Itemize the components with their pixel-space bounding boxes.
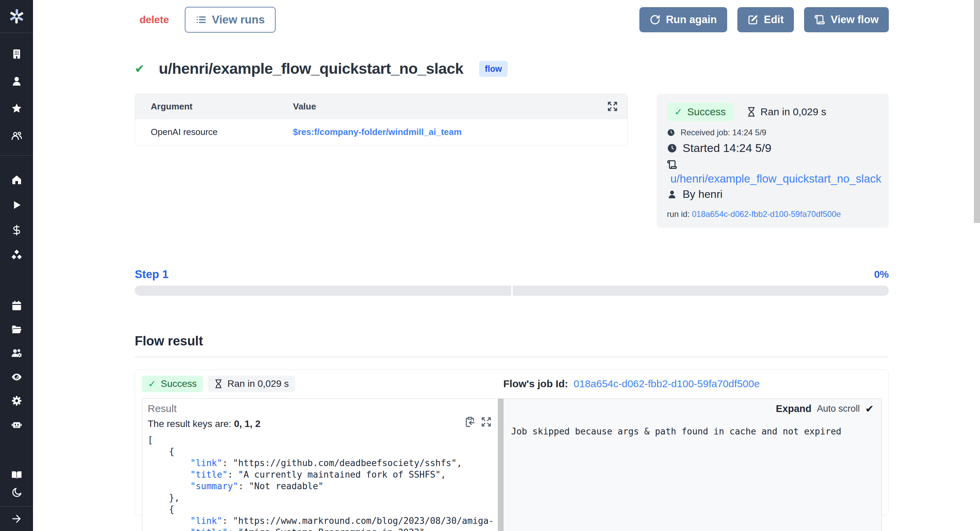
- edit-label: Edit: [764, 14, 784, 26]
- sidebar-item-variables[interactable]: [0, 217, 33, 243]
- result-json: [ { "link": "https://github.com/deadbeef…: [148, 434, 492, 531]
- clock-icon: [667, 128, 675, 137]
- result-keys-line: The result keys are: 0, 1, 2: [148, 418, 492, 430]
- sidebar-item-favorites[interactable]: [0, 95, 33, 122]
- column-header-argument: Argument: [135, 101, 293, 112]
- page-title: u/henri/example_flow_quickstart_no_slack: [159, 60, 463, 78]
- sidebar-spacer: [0, 436, 33, 466]
- flow-type-badge: flow: [479, 61, 508, 77]
- run-id-link[interactable]: 018a654c-d062-fbb2-d100-59fa70df500e: [692, 209, 841, 219]
- sidebar-collapse-toggle[interactable]: [0, 507, 33, 531]
- sidebar-item-workers[interactable]: [0, 341, 33, 365]
- view-flow-label: View flow: [830, 14, 878, 26]
- autoscroll-checkbox[interactable]: ✔: [865, 403, 874, 415]
- sidebar-item-runs[interactable]: [0, 192, 33, 217]
- expand-result-button[interactable]: [481, 417, 492, 427]
- result-pane: Result The result keys are: 0, 1, 2: [142, 399, 498, 531]
- arrow-right-icon: [11, 513, 22, 525]
- sidebar-item-schedules[interactable]: [0, 294, 33, 317]
- view-flow-button[interactable]: View flow: [804, 7, 889, 32]
- flow-path-link[interactable]: u/henri/example_flow_quickstart_no_slack: [667, 172, 878, 185]
- eye-icon: [11, 371, 22, 383]
- folder-open-icon: [11, 323, 22, 335]
- title-row: ✔ u/henri/example_flow_quickstart_no_sla…: [135, 60, 889, 78]
- sidebar-item-dark-mode[interactable]: [0, 484, 33, 501]
- edit-pencil-icon: [748, 14, 759, 25]
- calendar-icon: [11, 300, 22, 311]
- view-runs-label: View runs: [212, 13, 265, 26]
- arguments-table-header: Argument Value: [135, 94, 627, 119]
- result-duration-badge: Ran in 0,029 s: [208, 376, 295, 392]
- sidebar-item-home[interactable]: [0, 167, 33, 192]
- flow-path-row-icon: [667, 159, 878, 171]
- users-group-icon: [11, 130, 22, 141]
- scroll-icon: [667, 159, 677, 170]
- arguments-table: Argument Value OpenAI resource $res:f/co…: [135, 94, 628, 146]
- argument-value-link[interactable]: $res:f/company-folder/windmill_ai_team: [293, 127, 627, 137]
- scroll-icon: [814, 14, 825, 25]
- user-icon: [11, 76, 22, 87]
- step-progress-section: Step 1 0%: [135, 268, 889, 296]
- sidebar-item-settings[interactable]: [0, 389, 33, 413]
- view-runs-button[interactable]: View runs: [185, 7, 275, 33]
- copy-result-button[interactable]: [465, 417, 476, 427]
- sidebar-item-resources[interactable]: [0, 243, 33, 268]
- dollar-icon: [11, 224, 22, 236]
- table-expand-button[interactable]: [607, 101, 618, 112]
- logs-pane: Expand Auto scroll ✔ Job skipped because…: [504, 399, 881, 531]
- windmill-logo[interactable]: [0, 0, 33, 33]
- hourglass-icon: [214, 379, 223, 388]
- building-icon: [11, 48, 22, 60]
- expand-icon: [607, 101, 618, 112]
- run-info-panel: ✓ Success Ran in 0,029 s Received job:: [657, 94, 889, 228]
- by-row: By henri: [667, 188, 878, 201]
- progress-bar-segment: [513, 285, 889, 296]
- sidebar-item-folders[interactable]: [0, 317, 33, 341]
- result-status-label: Success: [161, 378, 197, 389]
- list-icon: [196, 14, 207, 25]
- sidebar-nav-main: [0, 156, 33, 268]
- page-scrollbar-thumb[interactable]: [974, 0, 980, 223]
- received-label: Received job: 14:24 5/9: [681, 128, 766, 137]
- sidebar-item-docs[interactable]: [0, 466, 33, 484]
- run-again-button[interactable]: Run again: [640, 7, 727, 32]
- log-text: Job skipped because args & path found in…: [511, 426, 874, 436]
- table-row: OpenAI resource $res:f/company-folder/wi…: [135, 119, 627, 145]
- duration-label: Ran in 0,029 s: [760, 106, 826, 117]
- progress-bar: [135, 285, 889, 296]
- sidebar-nav-workspace: [0, 33, 33, 155]
- logs-expand-button[interactable]: Expand: [776, 403, 811, 414]
- sidebar-item-ai[interactable]: [0, 413, 33, 436]
- delete-button[interactable]: delete: [140, 14, 169, 25]
- sidebar-nav-footer: [0, 466, 33, 506]
- run-id-row: run id: 018a654c-d062-fbb2-d100-59fa70df…: [667, 209, 878, 219]
- sidebar: [0, 0, 33, 531]
- job-id-label: Flow's job Id:: [503, 378, 568, 390]
- check-icon: ✓: [675, 106, 682, 117]
- book-open-icon: [11, 469, 22, 481]
- action-bar: delete View runs Run again Edit: [135, 7, 889, 33]
- boxes-icon: [11, 249, 22, 261]
- sidebar-item-audit-logs[interactable]: [0, 365, 33, 389]
- duration: Ran in 0,029 s: [746, 106, 826, 117]
- sidebar-item-groups[interactable]: [0, 122, 33, 149]
- main-content: delete View runs Run again Edit: [33, 0, 980, 531]
- flow-result-card: ✓ Success Ran in 0,029 s Flow's job Id: …: [135, 369, 889, 516]
- argument-name: OpenAI resource: [135, 127, 293, 137]
- started-row: Started 14:24 5/9: [667, 141, 878, 155]
- settings-gear-icon: [11, 395, 22, 407]
- sidebar-item-workspace[interactable]: [0, 40, 33, 68]
- run-id-label: run id:: [667, 209, 690, 219]
- flow-result-heading: Flow result: [135, 334, 889, 349]
- step-label[interactable]: Step 1: [135, 268, 169, 281]
- bot-icon: [11, 419, 22, 430]
- success-check-icon: ✔: [135, 62, 145, 76]
- edit-button[interactable]: Edit: [737, 7, 794, 32]
- result-title: Result: [148, 403, 492, 414]
- star-icon: [11, 103, 22, 114]
- job-id-link[interactable]: 018a654c-d062-fbb2-d100-59fa70df500e: [573, 378, 759, 390]
- status-badge: ✓ Success: [667, 103, 733, 121]
- sidebar-item-user[interactable]: [0, 68, 33, 95]
- clock-icon: [667, 143, 677, 153]
- pane-splitter[interactable]: [498, 399, 504, 531]
